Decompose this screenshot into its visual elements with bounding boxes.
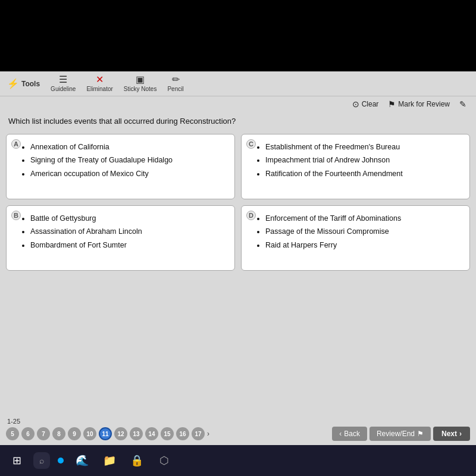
bottom-nav-bar: 1-25 5 6 7 8 9 10 11 12 13 14 15 16 17 ›… xyxy=(0,415,476,443)
nav-row: 5 6 7 8 9 10 11 12 13 14 15 16 17 › ‹ Ba… xyxy=(6,427,470,441)
list-item: Signing of the Treaty of Guadalupe Hidal… xyxy=(30,155,226,166)
eliminator-tool[interactable]: ✕ Eliminator xyxy=(86,75,112,92)
answer-a-list: Annexation of California Signing of the … xyxy=(22,142,226,180)
nav-page-13[interactable]: 13 xyxy=(130,427,143,440)
nav-page-9[interactable]: 9 xyxy=(68,427,81,440)
nav-page-17[interactable]: 17 xyxy=(192,427,205,440)
next-label: Next xyxy=(441,430,457,438)
list-item: Bombardment of Fort Sumter xyxy=(30,240,226,251)
start-button[interactable]: ⊞ xyxy=(6,450,27,471)
taskbar: ⊞ ⌕ 🌊 📁 🔒 ⬡ xyxy=(0,445,476,476)
nav-page-11[interactable]: 11 xyxy=(99,427,112,440)
list-item: Assassination of Abraham Lincoln xyxy=(30,226,226,237)
question-text: Which list includes events that all occu… xyxy=(8,117,468,126)
mark-review-label: Mark for Review xyxy=(398,100,450,108)
action-bar: ⊙ Clear ⚑ Mark for Review ✎ xyxy=(0,96,476,112)
answer-label-d: D xyxy=(246,211,256,220)
mark-review-button[interactable]: ⚑ Mark for Review xyxy=(388,99,450,109)
eliminator-label: Eliminator xyxy=(86,86,112,92)
flag-nav-icon: ⚑ xyxy=(417,430,424,438)
answer-card-a[interactable]: A Annexation of California Signing of th… xyxy=(6,134,235,199)
pencil-icon: ✏ xyxy=(172,75,180,84)
taskbar-lock[interactable]: 🔒 xyxy=(126,450,148,471)
list-item: Enforcement of the Tariff of Abomination… xyxy=(265,213,461,224)
pencil-label: Pencil xyxy=(167,86,183,92)
clear-icon: ⊙ xyxy=(352,99,359,109)
nav-page-16[interactable]: 16 xyxy=(176,427,189,440)
answer-label-c: C xyxy=(246,139,256,149)
sticky-notes-tool[interactable]: ▣ Sticky Notes xyxy=(124,75,157,92)
taskbar-explorer[interactable]: 📁 xyxy=(99,450,120,471)
eliminator-icon: ✕ xyxy=(96,75,104,84)
list-item: American occupation of Mexico City xyxy=(30,168,226,180)
guideline-icon: ☰ xyxy=(59,75,67,84)
guideline-tool[interactable]: ☰ Guideline xyxy=(51,75,76,92)
flag-icon: ⚑ xyxy=(388,99,396,109)
answer-label-a: A xyxy=(11,139,21,149)
review-label: Review/End xyxy=(377,430,415,438)
back-label: Back xyxy=(344,430,360,438)
nav-page-8[interactable]: 8 xyxy=(52,427,65,440)
back-chevron-icon: ‹ xyxy=(339,430,342,438)
nav-page-6[interactable]: 6 xyxy=(21,427,35,440)
list-item: Annexation of California xyxy=(30,142,226,153)
list-item: Battle of Gettysburg xyxy=(30,213,226,224)
nav-page-7[interactable]: 7 xyxy=(37,427,50,440)
edit-button[interactable]: ✎ xyxy=(459,99,466,109)
toolbar: ⚡ Tools ☰ Guideline ✕ Eliminator ▣ Stick… xyxy=(0,71,476,96)
nav-page-5[interactable]: 5 xyxy=(6,427,19,440)
answer-c-list: Establishment of the Freedmen's Bureau I… xyxy=(257,142,461,180)
list-item: Passage of the Missouri Compromise xyxy=(265,226,461,237)
next-button[interactable]: Next › xyxy=(433,427,470,441)
clear-button[interactable]: ⊙ Clear xyxy=(352,99,379,109)
guideline-label: Guideline xyxy=(51,86,76,92)
list-item: Raid at Harpers Ferry xyxy=(265,240,461,251)
sticky-notes-label: Sticky Notes xyxy=(124,86,157,92)
answer-b-list: Battle of Gettysburg Assassination of Ab… xyxy=(22,213,226,251)
page-indicator: 1-25 xyxy=(6,418,470,425)
list-item: Establishment of the Freedmen's Bureau xyxy=(265,142,461,153)
taskbar-edge[interactable]: 🌊 xyxy=(71,450,93,471)
list-item: Ratification of the Fourteenth Amendment xyxy=(265,168,461,180)
question-area: Which list includes events that all occu… xyxy=(0,112,476,134)
nav-page-10[interactable]: 10 xyxy=(83,427,96,440)
edit-icon: ✎ xyxy=(459,99,466,109)
nav-page-14[interactable]: 14 xyxy=(145,427,158,440)
search-taskbar[interactable]: ⌕ xyxy=(33,452,50,469)
nav-more[interactable]: › xyxy=(207,430,209,438)
tools-text: Tools xyxy=(21,80,40,88)
sticky-notes-icon: ▣ xyxy=(136,75,145,84)
taskbar-app[interactable]: ⬡ xyxy=(154,450,175,471)
answer-card-b[interactable]: B Battle of Gettysburg Assassination of … xyxy=(6,205,235,271)
nav-page-12[interactable]: 12 xyxy=(114,427,127,440)
list-item: Impeachment trial of Andrew Johnson xyxy=(265,155,461,166)
taskbar-indicator xyxy=(58,458,64,464)
pencil-tool[interactable]: ✏ Pencil xyxy=(167,75,183,92)
back-button[interactable]: ‹ Back xyxy=(332,427,367,441)
tools-label: ⚡ Tools xyxy=(7,78,40,89)
answer-card-c[interactable]: C Establishment of the Freedmen's Bureau… xyxy=(241,134,470,199)
nav-page-15[interactable]: 15 xyxy=(161,427,174,440)
answer-label-b: B xyxy=(11,211,21,220)
main-container: ⚡ Tools ☰ Guideline ✕ Eliminator ▣ Stick… xyxy=(0,71,476,476)
answer-card-d[interactable]: D Enforcement of the Tariff of Abominati… xyxy=(241,205,470,271)
clear-label: Clear xyxy=(362,100,379,108)
next-chevron-icon: › xyxy=(459,430,462,438)
answer-grid: A Annexation of California Signing of th… xyxy=(0,134,476,271)
top-black-bar xyxy=(0,0,476,71)
answer-d-list: Enforcement of the Tariff of Abomination… xyxy=(257,213,461,251)
review-end-button[interactable]: Review/End ⚑ xyxy=(369,427,431,441)
